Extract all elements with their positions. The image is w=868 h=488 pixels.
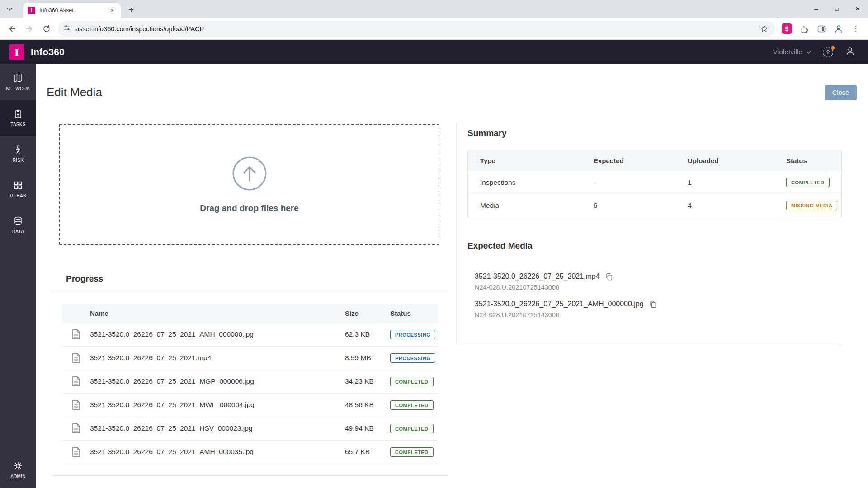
column-header-uploaded: Uploaded: [688, 157, 786, 164]
sidebar-item-data[interactable]: DATA: [0, 207, 36, 243]
browser-tab[interactable]: I Info360 Asset ×: [23, 3, 121, 18]
file-size: 62.3 KB: [345, 330, 390, 338]
sidebar-item-rehab[interactable]: REHAB: [0, 171, 36, 207]
summary-expected: 6: [594, 202, 688, 210]
file-size: 34.23 KB: [345, 377, 390, 385]
extensions-puzzle-icon[interactable]: [797, 21, 812, 37]
new-tab-button[interactable]: +: [125, 4, 137, 16]
url-text[interactable]: asset.info360.com/inspections/upload/PAC…: [75, 25, 758, 33]
summary-type: Inspections: [480, 178, 594, 187]
window-controls: ─ □ ×: [806, 0, 868, 18]
file-name: 3521-3520.0_26226_07_25_2021_AMH_000035.…: [90, 448, 345, 456]
url-input[interactable]: asset.info360.com/inspections/upload/PAC…: [58, 21, 775, 37]
file-size: 48.56 KB: [345, 401, 390, 409]
table-row: 3521-3520.0_26226_07_25_2021_AMH_000035.…: [62, 441, 438, 464]
maximize-button[interactable]: □: [826, 0, 847, 18]
tab-title: Info360 Asset: [39, 7, 108, 14]
sidebar-item-label: RISK: [13, 158, 24, 163]
table-row: Media 6 4 MISSING MEDIA: [468, 194, 841, 217]
file-name: 3521-3520.0_26226_07_25_2021_AMH_000000.…: [90, 330, 345, 338]
close-button[interactable]: Close: [825, 85, 857, 100]
list-item: 3521-3520.0_26226_07_25_2021_AMH_000000.…: [475, 300, 842, 319]
file-dropzone[interactable]: Drag and drop files here: [59, 124, 439, 245]
map-icon: [13, 73, 23, 83]
status-badge: COMPLETED: [390, 377, 434, 386]
file-icon: [62, 423, 90, 433]
tab-favicon: I: [28, 7, 35, 14]
back-icon[interactable]: [5, 21, 20, 37]
summary-title: Summary: [467, 128, 842, 138]
sidebar-item-admin[interactable]: ADMIN: [0, 452, 36, 488]
status-badge: COMPLETED: [390, 400, 434, 410]
file-name: 3521-3520.0_26226_07_25_2021_HSV_000023.…: [90, 424, 345, 432]
file-icon: [62, 329, 90, 339]
tasks-icon: [13, 109, 23, 119]
site-settings-icon[interactable]: [63, 24, 71, 33]
minimize-button[interactable]: ─: [806, 0, 826, 18]
sidebar-item-label: REHAB: [10, 193, 26, 198]
bookmark-star-icon[interactable]: [758, 23, 770, 35]
file-size: 8.59 MB: [345, 354, 390, 362]
data-icon: [13, 216, 23, 226]
column-header-status: Status: [786, 157, 841, 164]
profile-avatar-icon[interactable]: [831, 21, 846, 37]
help-icon[interactable]: ?: [823, 47, 833, 57]
upload-icon: [231, 155, 268, 192]
table-row: Inspections - 1 COMPLETED: [468, 171, 841, 194]
sidebar-item-risk[interactable]: RISK: [0, 136, 36, 171]
page-title: Edit Media: [47, 85, 102, 99]
column-header-type: Type: [480, 157, 594, 164]
info360-logo: I: [9, 44, 24, 60]
file-size: 65.7 KB: [345, 448, 390, 456]
expected-media-id: N24-028.U.20210725143000: [475, 311, 842, 319]
main-content: Edit Media Close Drag and drop files her…: [36, 64, 868, 488]
chevron-down-icon: [806, 51, 811, 54]
status-badge: COMPLETED: [786, 178, 830, 187]
sidebar: NETWORK TASKS RISK REHAB DATA ADMIN: [0, 64, 36, 488]
summary-uploaded: 4: [688, 202, 786, 210]
tab-search-chevron-icon[interactable]: [3, 2, 16, 16]
app-header: I Info360 Violetville ?: [0, 40, 868, 64]
file-size: 49.94 KB: [345, 424, 390, 432]
file-icon: [62, 400, 90, 410]
help-glyph: ?: [826, 49, 830, 56]
summary-expected: -: [594, 178, 688, 187]
progress-table-header: Name Size Status: [62, 304, 438, 323]
workspace-name: Violetville: [773, 48, 802, 56]
tab-close-icon[interactable]: ×: [108, 6, 116, 14]
table-row: 3521-3520.0_26226_07_25_2021_HSV_000023.…: [62, 417, 438, 441]
column-header-status: Status: [390, 310, 438, 317]
status-badge: COMPLETED: [390, 424, 434, 433]
expected-media-name: 3521-3520.0_26226_07_25_2021.mp4: [475, 272, 600, 281]
extension-badge-icon[interactable]: $: [782, 23, 792, 34]
sidebar-item-tasks[interactable]: TASKS: [0, 100, 36, 136]
table-row: 3521-3520.0_26226_07_25_2021_MGP_000006.…: [62, 370, 438, 394]
sidebar-item-label: ADMIN: [10, 474, 26, 479]
table-row: 3521-3520.0_26226_07_25_2021_AMH_000000.…: [62, 323, 438, 347]
file-icon: [62, 353, 90, 363]
sidebar-item-label: NETWORK: [6, 86, 30, 91]
column-header-size: Size: [345, 310, 390, 317]
status-badge: PROCESSING: [390, 330, 435, 339]
summary-pane: Summary Type Expected Uploaded Status In…: [456, 123, 842, 345]
copy-icon[interactable]: [649, 300, 657, 308]
dropzone-label: Drag and drop files here: [200, 203, 299, 213]
close-window-button[interactable]: ×: [847, 0, 868, 18]
side-panel-icon[interactable]: [814, 21, 829, 37]
file-icon: [62, 376, 90, 386]
summary-table-header: Type Expected Uploaded Status: [468, 150, 841, 171]
workspace-selector[interactable]: Violetville: [773, 48, 811, 56]
sidebar-item-label: DATA: [12, 229, 24, 234]
copy-icon[interactable]: [605, 272, 613, 281]
status-badge: MISSING MEDIA: [786, 201, 837, 210]
sidebar-item-network[interactable]: NETWORK: [0, 64, 36, 100]
browser-menu-icon[interactable]: ⋮: [848, 21, 863, 37]
forward-icon[interactable]: [22, 21, 37, 37]
file-name: 3521-3520.0_26226_07_25_2021_MGP_000006.…: [90, 377, 345, 385]
column-header-name: Name: [90, 310, 345, 317]
sidebar-item-label: TASKS: [10, 122, 26, 127]
file-name: 3521-3520.0_26226_07_25_2021_MWL_000004.…: [90, 401, 345, 409]
reload-icon[interactable]: [39, 21, 54, 37]
status-badge: COMPLETED: [390, 447, 434, 457]
account-icon[interactable]: [845, 46, 855, 58]
